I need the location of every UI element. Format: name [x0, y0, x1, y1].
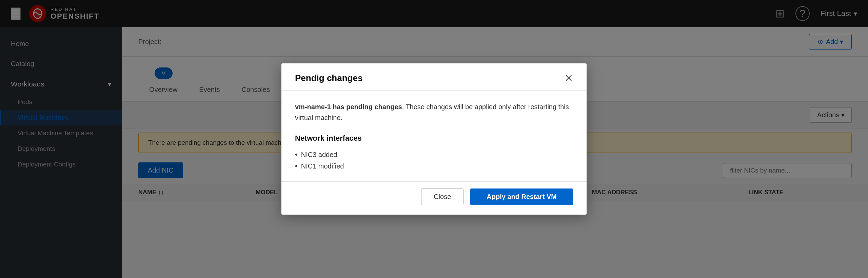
modal-body: vm-name-1 has pending changes. These cha… — [281, 91, 587, 181]
modal-intro: vm-name-1 has pending changes. These cha… — [295, 101, 573, 123]
pending-changes-modal: Pendig changes ✕ vm-name-1 has pending c… — [281, 63, 587, 215]
modal-section-title: Network interfaces — [295, 134, 573, 143]
modal-header: Pendig changes ✕ — [281, 63, 587, 91]
apply-restart-button[interactable]: Apply and Restart VM — [470, 188, 573, 205]
modal-bold-text: vm-name-1 has pending changes — [295, 103, 402, 111]
modal-changes-list: NIC3 added NIC1 modified — [295, 149, 573, 172]
modal-title: Pendig changes — [295, 73, 362, 83]
close-button[interactable]: Close — [421, 188, 463, 205]
modal-close-button[interactable]: ✕ — [565, 73, 573, 83]
modal-footer: Close Apply and Restart VM — [281, 181, 587, 215]
list-item: NIC3 added — [295, 149, 573, 160]
close-icon: ✕ — [565, 73, 573, 84]
list-item: NIC1 modified — [295, 160, 573, 172]
